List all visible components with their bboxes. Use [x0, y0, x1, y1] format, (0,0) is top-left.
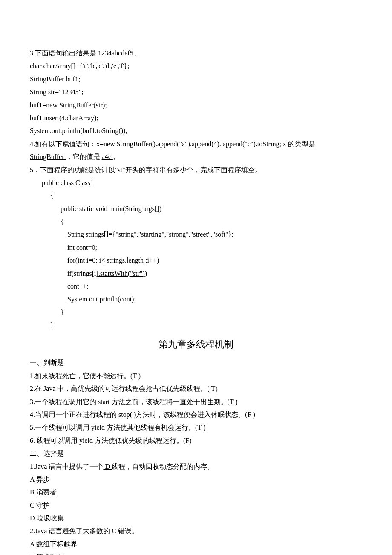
- q3-prompt: 3.下面语句输出结果是 1234abcdef5 。: [30, 47, 362, 60]
- mc-option: A 异步: [30, 473, 362, 486]
- q5-code-line: }: [30, 319, 362, 332]
- mc-q1-ans: D: [103, 463, 112, 470]
- q5-code-line: System.out.println(cont);: [30, 293, 362, 306]
- q5-g-pre: for(int i=0; i<: [67, 257, 105, 264]
- mc-q1-pre: 1.Java 语言中提供了一个: [30, 463, 103, 470]
- q3-prefix: 3.下面语句输出结果是: [30, 49, 96, 57]
- q5-code-line: public class Class1: [30, 176, 362, 189]
- mc-q2-post: 错误。: [118, 527, 138, 535]
- tf-item: 3.一个线程在调用它的 start 方法之前，该线程将一直处于出生期。(T ): [30, 396, 362, 408]
- q5-g-post: ;i++): [145, 257, 159, 264]
- q3-code-line: StringBuffer buf1;: [30, 73, 362, 86]
- q5-code-line: {: [30, 215, 362, 228]
- q5-code-line: cont++;: [30, 280, 362, 293]
- q5-code-line: for(int i=0; i< strings.length ;i++): [30, 254, 362, 267]
- q4-prompt: 4.如有以下赋值语句：x=new StringBuffer().append("…: [30, 138, 362, 150]
- q5-code-line: String strings[]={"string","starting","s…: [30, 228, 362, 241]
- section2-title: 二、选择题: [30, 447, 362, 460]
- q5-code-line: public static void main(String args[]): [30, 202, 362, 215]
- q3-code-line: buf1=new StringBuffer(str);: [30, 99, 362, 112]
- mc-option: B 算术溢出: [30, 551, 362, 555]
- q3-code-line: System.out.println(buf1.toString());: [30, 124, 362, 137]
- mc-option: D 垃圾收集: [30, 512, 362, 525]
- mc-q1-post: 线程，自动回收动态分配的内存。: [112, 463, 214, 470]
- q5-h-post: ): [145, 270, 147, 277]
- mc-q2-prompt: 2.Java 语言避免了大多数的 C 错误。: [30, 525, 362, 538]
- chapter-title: 第九章多线程机制: [30, 335, 362, 353]
- mc-option: A 数组下标越界: [30, 538, 362, 551]
- q5-code-line: int cont=0;: [30, 241, 362, 254]
- section1-title: 一、判断题: [30, 356, 362, 369]
- q3-code-line: buf1.insert(4,charArray);: [30, 112, 362, 124]
- mc-q2-pre: 2.Java 语言避免了大多数的: [30, 527, 110, 535]
- q5-code-line: }: [30, 306, 362, 319]
- q5-code-line: if(strings[i].startsWith("str")): [30, 267, 362, 280]
- q4-part1: 4.如有以下赋值语句：x=new StringBuffer().append("…: [30, 140, 315, 147]
- q5-prompt: 5．下面程序的功能是统计以"st"开头的字符串有多少个，完成下面程序填空。: [30, 164, 362, 176]
- tf-item: 6. 线程可以调用 yield 方法使低优先级的线程运行。(F): [30, 434, 362, 447]
- mc-option: C 守护: [30, 499, 362, 512]
- tf-item: 1.如果线程死亡，它便不能运行。(T ): [30, 370, 362, 382]
- tf-item: 5.一个线程可以调用 yield 方法使其他线程有机会运行。(T ): [30, 421, 362, 434]
- q5-g-ans: strings.length: [105, 257, 145, 264]
- q4-part2: ；它的值是: [66, 153, 102, 160]
- q4-ans1: StringBuffer: [30, 153, 66, 160]
- q3-code-line: char charArray[]={'a','b','c','d','e','f…: [30, 60, 362, 72]
- q5-h-pre: if(strings[i: [67, 270, 96, 277]
- mc-q2-ans: C: [110, 527, 118, 535]
- q5-h-ans: ].startsWith("str"): [96, 270, 145, 277]
- q4-cont: StringBuffer ；它的值是 a4c 。: [30, 150, 362, 163]
- q3-code-line: String str="12345";: [30, 86, 362, 98]
- q3-answer: 1234abcdef5: [96, 49, 135, 57]
- q4-part3: 。: [113, 153, 120, 160]
- q4-ans2: a4c: [102, 153, 113, 160]
- tf-item: 2.在 Java 中，高优先级的可运行线程会抢占低优先级线程。( T): [30, 382, 362, 395]
- q3-suffix: 。: [135, 49, 142, 57]
- tf-item: 4.当调用一个正在进行线程的 stop( )方法时，该线程便会进入休眠状态。(F…: [30, 408, 362, 421]
- mc-q1-prompt: 1.Java 语言中提供了一个 D 线程，自动回收动态分配的内存。: [30, 460, 362, 473]
- q5-code-line: {: [30, 189, 362, 202]
- mc-option: B 消费者: [30, 486, 362, 499]
